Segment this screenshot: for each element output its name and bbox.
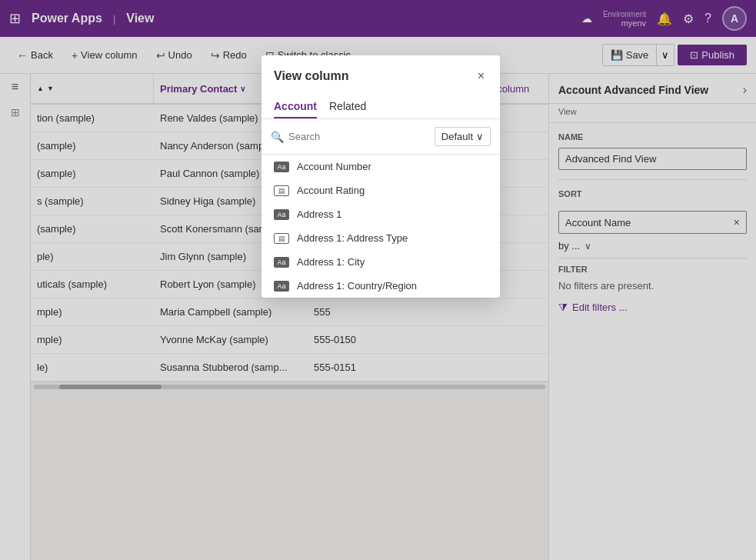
item-label: Address 1: [297, 208, 342, 220]
modal-header: View column ×: [261, 55, 500, 86]
search-icon: 🔍: [271, 131, 284, 143]
item-label: Address 1: City: [297, 256, 365, 268]
item-type-icon: Aa: [274, 162, 289, 172]
item-label: Account Rating: [297, 185, 365, 196]
modal-list: Aa Account Number ▤ Account Rating Aa Ad…: [261, 155, 500, 298]
modal-title: View column: [274, 69, 349, 83]
search-input[interactable]: [288, 131, 430, 142]
modal-tabs: Account Related: [261, 86, 500, 119]
item-type-icon: Aa: [274, 281, 289, 292]
default-select[interactable]: Default ∨: [435, 127, 491, 146]
item-type-icon: Aa: [274, 257, 289, 268]
item-label: Address 1: Address Type: [297, 232, 408, 244]
item-type-icon: ▤: [274, 185, 289, 196]
view-column-modal: View column × Account Related 🔍 Default …: [261, 55, 500, 298]
item-label: Account Number: [297, 161, 371, 172]
modal-list-item[interactable]: Aa Account Number: [261, 155, 500, 178]
modal-list-item[interactable]: Aa Address 1: Country/Region: [261, 274, 500, 298]
item-type-icon: ▤: [274, 233, 289, 244]
tab-account[interactable]: Account: [274, 95, 317, 118]
tab-related[interactable]: Related: [329, 95, 366, 118]
default-label: Default: [441, 131, 473, 142]
default-chevron-icon: ∨: [476, 131, 484, 142]
modal-list-item[interactable]: Aa Address 1: [261, 202, 500, 226]
modal-overlay: View column × Account Related 🔍 Default …: [0, 0, 756, 560]
item-label: Address 1: Country/Region: [297, 280, 417, 292]
modal-close-button[interactable]: ×: [475, 66, 488, 86]
modal-search-row: 🔍 Default ∨: [261, 119, 500, 155]
modal-list-item[interactable]: Aa Address 1: City: [261, 250, 500, 274]
modal-list-item[interactable]: ▤ Account Rating: [261, 178, 500, 202]
item-type-icon: Aa: [274, 209, 289, 220]
modal-list-item[interactable]: ▤ Address 1: Address Type: [261, 226, 500, 250]
